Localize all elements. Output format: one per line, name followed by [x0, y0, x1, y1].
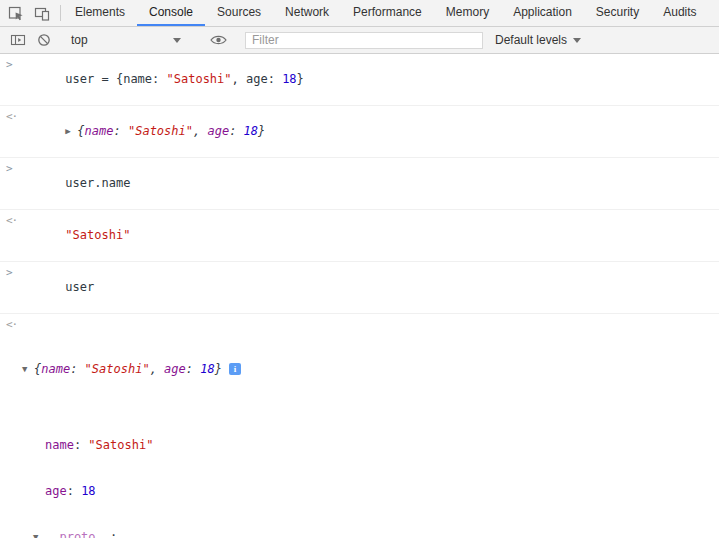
input-chevron-icon: > [6, 162, 13, 175]
object-property-row: age: 18 [0, 483, 711, 499]
output-chevron-icon: <· [6, 110, 17, 123]
console-token: user [65, 280, 94, 294]
object-property-row: name: "Satoshi" [0, 437, 711, 453]
console-token: , age: [232, 72, 283, 86]
tab-application[interactable]: Application [501, 0, 584, 26]
chevron-down-icon [173, 38, 181, 43]
object-preview-collapsed[interactable]: ▶{name: "Satoshi", age: 18} [65, 124, 265, 138]
context-selector-value: top [71, 33, 88, 47]
console-command-text: user = {name: "Satoshi", age: 18} [65, 72, 303, 86]
console-token: name [41, 362, 70, 376]
console-toolbar: top Default levels [0, 27, 719, 54]
tab-performance[interactable]: Performance [341, 0, 434, 26]
console-token: "Satoshi" [65, 228, 130, 242]
output-chevron-icon: <· [6, 214, 17, 227]
console-token: name [45, 438, 74, 452]
tab-network[interactable]: Network [273, 0, 341, 26]
console-token: : [114, 124, 128, 138]
console-token: user = {name: [65, 72, 166, 86]
console-token: user.name [65, 176, 130, 190]
panel-tabs: Elements Console Sources Network Perform… [63, 0, 719, 26]
console-command-text: user [65, 280, 94, 294]
console-token: } [297, 72, 304, 86]
console-token: age [207, 124, 229, 138]
object-header-row[interactable]: ▼{name: "Satoshi", age: 18}i [0, 362, 711, 377]
expand-triangle-icon[interactable]: ▶ [65, 124, 77, 139]
proto-header-row[interactable]: ▼__proto__: [0, 529, 711, 538]
console-input-echo: >user.name [0, 158, 719, 210]
device-toolbar-icon[interactable] [29, 0, 55, 26]
console-command-text: user.name [65, 176, 130, 190]
console-token: age [45, 484, 67, 498]
console-result: <·"Satoshi" [0, 210, 719, 262]
console-result-expanded: <· ▼{name: "Satoshi", age: 18}i name: "S… [0, 314, 719, 538]
filter-input[interactable] [245, 32, 483, 49]
tab-audits[interactable]: Audits [651, 0, 708, 26]
log-levels-dropdown[interactable]: Default levels [495, 33, 581, 47]
console-result: <·▶{name: "Satoshi", age: 18} [0, 106, 719, 158]
inspect-element-icon[interactable] [3, 0, 29, 26]
console-token: "Satoshi" [88, 438, 153, 452]
console-token: : [74, 438, 88, 452]
devtools-tab-bar: Elements Console Sources Network Perform… [0, 0, 719, 27]
input-chevron-icon: > [6, 266, 13, 279]
console-token: 18 [244, 124, 258, 138]
console-messages: >user = {name: "Satoshi", age: 18} <·▶{n… [0, 54, 719, 538]
console-token: : [186, 362, 200, 376]
console-sidebar-toggle-icon[interactable] [5, 27, 31, 53]
tab-sources[interactable]: Sources [205, 0, 273, 26]
console-token: : [229, 124, 243, 138]
toolbar-divider [60, 5, 61, 21]
console-token: 18 [200, 362, 214, 376]
object-preview-expanded[interactable]: ▼{name: "Satoshi", age: 18} [22, 362, 222, 376]
tab-truncated[interactable]: A [709, 0, 719, 26]
tab-memory[interactable]: Memory [434, 0, 501, 26]
object-property-tree: name: "Satoshi" age: 18 ▼__proto__: ▶con… [0, 407, 711, 538]
clear-console-icon[interactable] [31, 27, 57, 53]
console-token: } [258, 124, 265, 138]
expand-triangle-icon[interactable]: ▼ [33, 529, 45, 538]
string-result-text: "Satoshi" [65, 228, 130, 242]
console-token: , [193, 124, 207, 138]
console-token: 18 [282, 72, 296, 86]
console-input-echo: >user = {name: "Satoshi", age: 18} [0, 54, 719, 106]
execution-context-selector[interactable]: top [67, 33, 185, 47]
console-token: age [164, 362, 186, 376]
console-token: : [110, 530, 117, 538]
console-token: "Satoshi" [128, 124, 193, 138]
console-token: : [70, 362, 84, 376]
tab-console[interactable]: Console [137, 0, 205, 26]
console-input-echo: >user [0, 262, 719, 314]
console-token: { [77, 124, 84, 138]
console-token: __proto__ [45, 530, 110, 538]
tab-security[interactable]: Security [584, 0, 651, 26]
output-chevron-icon: <· [6, 318, 17, 331]
input-chevron-icon: > [6, 58, 13, 71]
console-token: : [67, 484, 81, 498]
console-token: name [85, 124, 114, 138]
chevron-down-icon [573, 38, 581, 43]
console-token: "Satoshi" [85, 362, 150, 376]
console-token: } [215, 362, 222, 376]
devtools-left-icons [0, 0, 58, 26]
console-token: "Satoshi" [167, 72, 232, 86]
log-levels-label: Default levels [495, 33, 567, 47]
live-expression-eye-icon[interactable] [205, 27, 231, 53]
console-token: , [150, 362, 164, 376]
tab-elements[interactable]: Elements [63, 0, 137, 26]
devtools-window: Elements Console Sources Network Perform… [0, 0, 719, 538]
console-token: 18 [81, 484, 95, 498]
info-icon[interactable]: i [229, 363, 241, 375]
expand-triangle-icon[interactable]: ▼ [22, 362, 34, 377]
